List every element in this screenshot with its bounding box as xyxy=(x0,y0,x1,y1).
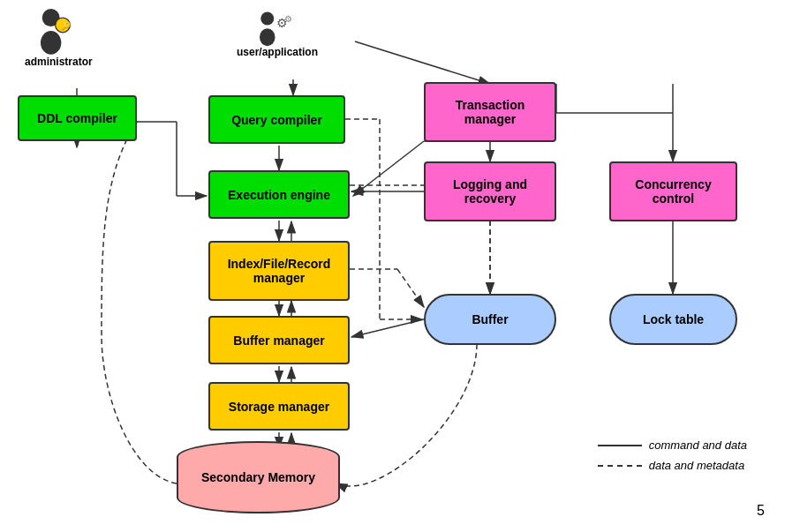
svg-point-43 xyxy=(260,28,275,46)
svg-line-35 xyxy=(397,269,424,307)
concurrency-control-node: Concurrency control xyxy=(609,161,737,221)
administrator-label: administrator xyxy=(25,56,93,68)
buffer-manager-node: Buffer manager xyxy=(208,316,350,364)
user-application-label: user/application xyxy=(237,46,318,58)
buffer-node: Buffer xyxy=(424,294,556,345)
legend-solid: command and data xyxy=(598,438,747,452)
legend-solid-label: command and data xyxy=(649,438,747,452)
svg-point-39 xyxy=(41,31,61,55)
ddl-compiler-node: DDL compiler xyxy=(18,95,137,141)
legend-dashed-line xyxy=(598,465,642,467)
page-number: 5 xyxy=(757,503,765,519)
legend-solid-line xyxy=(598,445,642,446)
execution-engine-node: Execution engine xyxy=(208,170,350,219)
svg-line-12 xyxy=(353,141,424,196)
svg-point-40 xyxy=(260,11,274,25)
lock-table-node: Lock table xyxy=(609,294,737,345)
svg-line-27 xyxy=(351,319,424,337)
legend-dashed-label: data and metadata xyxy=(649,459,744,472)
storage-manager-node: Storage manager xyxy=(208,382,350,431)
svg-line-2 xyxy=(355,41,490,84)
svg-text:⚙: ⚙ xyxy=(284,14,292,24)
legend: command and data data and metadata xyxy=(598,438,747,479)
query-compiler-node: Query compiler xyxy=(208,95,345,144)
secondary-memory-node: Secondary Memory xyxy=(177,441,340,513)
legend-dashed: data and metadata xyxy=(598,459,747,472)
user-application-person: ⚙ ⚙ user/application xyxy=(237,4,318,58)
svg-text:🔑: 🔑 xyxy=(60,20,72,32)
index-file-record-node: Index/File/Record manager xyxy=(208,241,350,301)
logging-recovery-node: Logging and recovery xyxy=(424,161,556,221)
administrator-person: 🔑 administrator xyxy=(25,7,93,68)
diagram-container: 🔑 administrator ⚙ ⚙ user/application DDL… xyxy=(0,0,800,532)
transaction-manager-node: Transaction manager xyxy=(424,82,556,142)
